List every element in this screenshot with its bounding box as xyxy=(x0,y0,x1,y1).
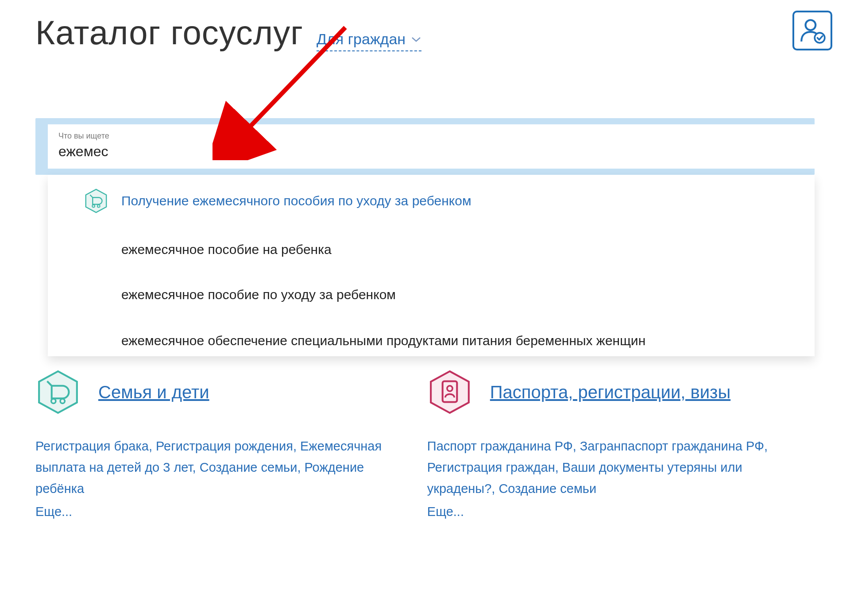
svg-marker-2 xyxy=(86,189,106,212)
suggestion-item[interactable]: ежемесячное пособие по уходу за ребенком xyxy=(48,272,815,317)
svg-point-0 xyxy=(806,20,816,30)
audience-dropdown[interactable]: Для граждан xyxy=(317,31,421,51)
category-more-link[interactable]: Еще... xyxy=(427,501,801,523)
category-more-link[interactable]: Еще... xyxy=(35,501,410,523)
suggestion-item[interactable]: ежемесячное обеспечение специальными про… xyxy=(48,317,815,356)
chevron-down-icon xyxy=(411,36,421,42)
suggestion-primary-link[interactable]: Получение ежемесячного пособия по уходу … xyxy=(121,193,471,208)
category-links[interactable]: Регистрация брака, Регистрация рождения,… xyxy=(35,436,410,522)
audience-dropdown-label: Для граждан xyxy=(317,31,406,48)
search-container: Что вы ищете xyxy=(35,118,815,175)
category-passports: Паспорта, регистрации, визы Паспорт граж… xyxy=(427,370,801,522)
category-title-link[interactable]: Паспорта, регистрации, визы xyxy=(490,381,730,403)
categories: Семья и дети Регистрация брака, Регистра… xyxy=(35,370,815,522)
search-area: Что вы ищете Получение ежемесячного посо… xyxy=(35,118,815,175)
search-suggestions: Получение ежемесячного пособия по уходу … xyxy=(48,175,815,356)
baby-carriage-icon xyxy=(35,370,81,415)
suggestion-primary[interactable]: Получение ежемесячного пособия по уходу … xyxy=(48,175,815,227)
category-family: Семья и дети Регистрация брака, Регистра… xyxy=(35,370,410,522)
suggestion-item[interactable]: ежемесячное пособие на ребенка xyxy=(48,227,815,272)
profile-button[interactable] xyxy=(792,11,832,50)
category-links-text[interactable]: Паспорт гражданина РФ, Загранпаспорт гра… xyxy=(427,439,768,496)
search-input[interactable] xyxy=(58,143,804,160)
svg-marker-5 xyxy=(39,371,77,413)
category-title-link[interactable]: Семья и дети xyxy=(98,381,209,403)
passport-icon xyxy=(427,370,472,415)
page-header: Каталог госуслуг Для граждан xyxy=(35,13,815,52)
search-box[interactable]: Что вы ищете xyxy=(48,124,815,169)
user-verified-icon xyxy=(799,17,826,44)
baby-carriage-icon xyxy=(83,188,109,214)
page-title: Каталог госуслуг xyxy=(35,13,303,52)
svg-marker-8 xyxy=(431,371,469,413)
svg-point-1 xyxy=(815,33,825,43)
category-links-text[interactable]: Регистрация брака, Регистрация рождения,… xyxy=(35,439,382,496)
search-label: Что вы ищете xyxy=(58,131,804,141)
category-links[interactable]: Паспорт гражданина РФ, Загранпаспорт гра… xyxy=(427,436,801,522)
